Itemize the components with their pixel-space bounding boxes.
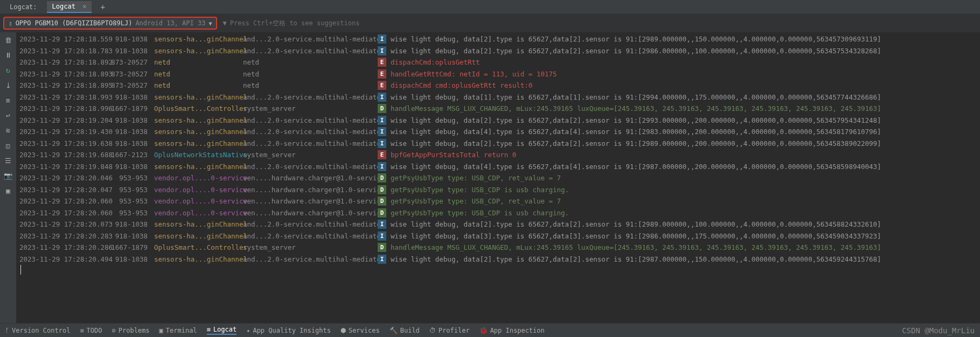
log-pid: 953-953 [111,197,154,205]
filter-placeholder: Press Ctrl+空格 to see suggestions [230,19,360,28]
filter-input-wrap[interactable]: ▼ Press Ctrl+空格 to see suggestions [223,19,977,28]
log-list[interactable]: 2023-11-29 17:28:18.559918-1038sensors-h… [16,32,980,323]
log-timestamp: 2023-11-29 17:28:19.688 [19,151,111,159]
bottom-terminal[interactable]: ▣Terminal [159,327,197,334]
prev-icon[interactable]: ≡ [4,96,12,104]
trash-icon[interactable]: 🗑 [4,36,12,44]
pause-icon[interactable]: ⏸ [4,51,12,59]
log-row[interactable]: 2023-11-29 17:28:18.559918-1038sensors-h… [19,33,977,45]
log-message: bpfGetAppPurStatsTotal return 0 [391,151,977,159]
log-level-badge: I [378,116,386,125]
bottom-profiler[interactable]: ⏱Profiler [429,327,470,334]
log-row[interactable]: 2023-11-29 17:28:19.638918-1038sensors-h… [19,138,977,150]
log-message: wise light debug, data[2].type is 65627,… [391,116,977,124]
log-level-badge: D [378,208,386,217]
device-selector[interactable]: ▯ OPPO PGBM10 (D6FQIZIB6PTO89LJ) Android… [3,17,217,30]
add-tab-button[interactable]: + [96,3,109,11]
log-tag: sensors-ha...ginChannel [154,163,243,171]
tab-label: Logcat [52,3,75,10]
log-row[interactable]: 2023-11-29 17:28:20.494918-1038sensors-h… [19,254,977,265]
log-row[interactable]: 2023-11-29 17:28:19.204918-1038sensors-h… [19,115,977,127]
log-tag: OplusSmart...Controller [154,243,243,251]
log-row[interactable]: 2023-11-29 17:28:20.283918-1038sensors-h… [19,230,977,242]
settings-icon[interactable]: ☰ [4,156,12,165]
log-timestamp: 2023-11-29 17:28:19.204 [19,116,111,124]
log-timestamp: 2023-11-29 17:28:19.430 [19,128,111,136]
log-pid: 953-953 [111,186,154,194]
device-api: Android 13, API 33 [135,19,205,27]
log-row[interactable]: 2023-11-29 17:28:20.047953-953vendor.opl… [19,184,977,196]
log-level-badge: I [378,127,386,136]
services-icon: ⬢ [340,327,346,334]
log-message: wise light debug, data[2].type is 65627,… [391,35,977,43]
bottom-build[interactable]: 🔨Build [390,327,420,334]
log-row[interactable]: 2023-11-29 17:28:19.848918-1038sensors-h… [19,161,977,173]
scroll-end-icon[interactable]: ⤓ [4,81,12,89]
log-tag: netd [154,58,243,66]
log-message: wise light debug, data[4].type is 65627,… [391,128,977,136]
log-message: getPsyUsbType type: USB_CDP, ret_value =… [391,197,977,205]
log-tag: netd [154,70,243,78]
log-row[interactable]: 2023-11-29 17:28:19.430918-1038sensors-h… [19,126,977,138]
wrap-icon[interactable]: ↩ [4,111,12,120]
main: 🗑 ⏸ ↻ ⤓ ≡ ↩ ≋ ◫ ☰ 📷 ▣ 2023-11-29 17:28:1… [0,32,980,323]
bottom-todo[interactable]: ≡TODO [80,327,102,334]
log-row[interactable]: 2023-11-29 17:28:20.046953-953vendor.opl… [19,172,977,184]
log-level-badge: E [378,58,386,67]
filter-icon: ▼ [223,19,226,27]
log-row[interactable]: 2023-11-29 17:28:18.9961667-1879OplusSma… [19,103,977,115]
log-timestamp: 2023-11-29 17:28:18.892 [19,58,111,66]
log-row[interactable]: 2023-11-29 17:28:19.6881667-2123OplusNet… [19,149,977,161]
log-row[interactable]: 2023-11-29 17:28:18.893873-20527netdnetd… [19,68,977,80]
bottom-bar: ᚶVersion Control ≡TODO ⊘Problems ▣Termin… [0,323,980,337]
log-pid: 918-1038 [111,139,154,148]
log-message: getPsyUsbType type: USB_CDP, ret_value =… [391,174,977,182]
log-package: ven....hardware.charger@1.0-service [243,186,378,194]
log-level-badge: E [378,81,386,90]
log-message: getPsyUsbType type: USB_CDP is usb charg… [391,209,977,217]
log-level-badge: D [378,196,386,206]
log-row[interactable]: 2023-11-29 17:28:20.060953-953vendor.opl… [19,195,977,207]
log-row[interactable]: 2023-11-29 17:28:18.993918-1038sensors-h… [19,92,977,103]
chevron-down-icon: ▼ [208,20,212,26]
log-tag: sensors-ha...ginChannel [154,116,243,124]
log-package: and...2.0-service.multihal-mediatek [243,139,378,148]
log-timestamp: 2023-11-29 17:28:20.494 [19,255,111,263]
record-icon[interactable]: ▣ [4,186,12,195]
log-row[interactable]: 2023-11-29 17:28:18.892873-20527netdnetd… [19,57,977,68]
bottom-version-control[interactable]: ᚶVersion Control [5,327,70,334]
log-row[interactable]: 2023-11-29 17:28:20.2861667-1879OplusSma… [19,242,977,254]
log-package: and...2.0-service.multihal-mediatek [243,35,378,43]
log-timestamp: 2023-11-29 17:28:18.783 [19,47,111,55]
log-row[interactable]: 2023-11-29 17:28:18.783918-1038sensors-h… [19,45,977,57]
log-package: system_server [243,151,378,159]
bottom-app-inspection[interactable]: 🐞App Inspection [479,327,545,334]
log-timestamp: 2023-11-29 17:28:20.060 [19,197,111,205]
log-timestamp: 2023-11-29 17:28:20.073 [19,220,111,228]
bottom-logcat[interactable]: ≡Logcat [207,326,237,335]
split-icon[interactable]: ◫ [4,141,12,150]
bottom-services[interactable]: ⬢Services [340,327,380,334]
bottom-problems[interactable]: ⊘Problems [112,327,150,334]
log-pid: 918-1038 [111,128,154,136]
log-row[interactable]: 2023-11-29 17:28:20.060953-953vendor.opl… [19,207,977,219]
log-pid: 918-1038 [111,163,154,171]
log-tag: vendor.opl....0-service [154,186,243,194]
log-level-badge: D [378,185,386,194]
log-package: ven....hardware.charger@1.0-service [243,209,378,217]
bottom-app-quality[interactable]: ✦App Quality Insights [246,327,331,334]
log-tag: vendor.opl....0-service [154,209,243,217]
tab-logcat-active[interactable]: Logcat × [47,1,92,13]
log-row[interactable]: 2023-11-29 17:28:18.895873-20527netdnetd… [19,80,977,92]
tab-logcat-label[interactable]: Logcat: [4,2,43,12]
log-row[interactable]: 2023-11-29 17:28:20.073918-1038sensors-h… [19,219,977,230]
camera-icon[interactable]: 📷 [4,171,12,180]
log-tag: OplusSmart...Controller [154,104,243,113]
log-tag: OplusNetworkStatsNative [154,151,243,159]
log-level-badge: I [378,220,386,229]
log-pid: 918-1038 [111,35,154,43]
layout-icon[interactable]: ≋ [4,126,12,135]
restart-icon[interactable]: ↻ [4,66,12,74]
close-icon[interactable]: × [82,3,86,10]
log-message: wise light debug, data[2].type is 65627,… [391,47,977,55]
